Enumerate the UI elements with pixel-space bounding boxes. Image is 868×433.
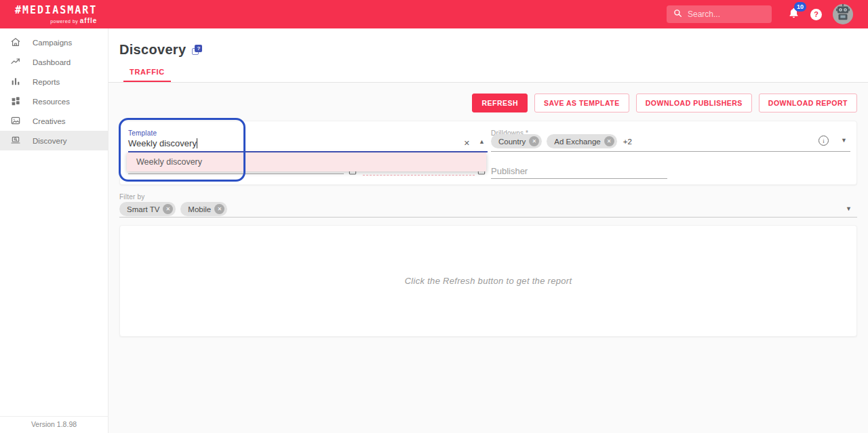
chip-label: Smart TV (127, 205, 159, 213)
logo-subtext: powered by affle (15, 17, 97, 24)
laptop-search-icon (10, 135, 21, 147)
version-label: Version 1.8.98 (0, 416, 108, 433)
sidebar-item-reports[interactable]: Reports (0, 72, 108, 91)
help-icon: ? (814, 10, 818, 18)
chip-remove-icon[interactable]: ✕ (163, 204, 173, 214)
chevron-up-icon[interactable]: ▲ (479, 138, 485, 145)
sidebar-item-label: Creatives (33, 117, 66, 125)
empty-state-message: Click the Refresh button to get the repo… (405, 276, 572, 286)
sidebar-item-creatives[interactable]: Creatives (0, 111, 108, 131)
publisher-underline (491, 178, 667, 179)
help-button[interactable]: ? (810, 9, 822, 20)
chip-country[interactable]: Country ✕ (491, 134, 542, 148)
obscured-field-underline (128, 173, 344, 174)
logo-text: #MEDIASMART (15, 4, 97, 16)
sidebar-item-discovery[interactable]: Discovery (0, 131, 108, 150)
publisher-field[interactable]: Publisher (491, 166, 528, 176)
sidebar-item-resources[interactable]: Resources (0, 91, 108, 111)
chip-remove-icon[interactable]: ✕ (214, 204, 224, 214)
info-icon[interactable]: i (818, 136, 829, 146)
chip-label: Country (498, 138, 526, 146)
chevron-down-icon[interactable]: ▼ (841, 137, 847, 144)
text-caret (197, 138, 197, 148)
template-section: Template Weekly discovery ✕ ▲ (128, 121, 488, 184)
trend-icon (10, 56, 21, 68)
chip-label: Mobile (188, 205, 211, 213)
toolbar: REFRESH SAVE AS TEMPLATE DOWNLOAD PUBLIS… (472, 94, 857, 112)
chevron-down-icon[interactable]: ▼ (846, 205, 852, 212)
chips-overflow-count: +2 (623, 138, 632, 146)
sidebar-item-label: Discovery (33, 137, 66, 145)
app-root: #MEDIASMART powered by affle Search... (0, 0, 868, 433)
sidebar: Campaigns Dashboard Reports (0, 28, 108, 433)
date-field-underline (363, 175, 475, 176)
sidebar-item-campaigns[interactable]: Campaigns (0, 33, 108, 52)
notifications-button[interactable]: 10 (788, 7, 800, 22)
download-publishers-button[interactable]: DOWNLOAD PUBLISHERS (636, 94, 752, 112)
sidebar-item-label: Reports (33, 78, 60, 86)
sidebar-item-label: Dashboard (33, 58, 71, 66)
filter-by-section: Filter by Smart TV ✕ Mobile ✕ ▼ (119, 193, 857, 218)
clear-icon[interactable]: ✕ (464, 139, 470, 148)
grid-icon (10, 96, 21, 108)
home-icon (10, 37, 21, 49)
refresh-button[interactable]: REFRESH (472, 94, 528, 112)
dropdown-option-weekly-discovery[interactable]: Weekly discovery (127, 152, 486, 171)
tab-bar: TRAFFIC (123, 64, 171, 82)
sidebar-item-label: Campaigns (33, 39, 72, 47)
page-header: Discovery ? TRAFFIC (108, 28, 868, 83)
report-area: Click the Refresh button to get the repo… (119, 225, 857, 337)
page-help-icon[interactable]: ? (192, 45, 202, 55)
filters-card: Template Weekly discovery ✕ ▲ (119, 121, 857, 185)
sidebar-item-dashboard[interactable]: Dashboard (0, 52, 108, 72)
help-front-square: ? (195, 45, 202, 52)
powered-by-label: powered by (50, 19, 78, 24)
chip-ad-exchange[interactable]: Ad Exchange ✕ (547, 134, 616, 148)
search-icon (673, 8, 682, 20)
topbar-actions: Search... 10 ? (667, 4, 853, 24)
template-input[interactable]: Weekly discovery (128, 138, 197, 148)
template-label: Template (128, 129, 157, 137)
chip-smart-tv[interactable]: Smart TV ✕ (119, 202, 176, 216)
save-as-template-button[interactable]: SAVE AS TEMPLATE (534, 94, 629, 112)
bar-chart-icon (10, 76, 21, 88)
drilldowns-section: Drilldowns * Country ✕ Ad Exchange ✕ +2 … (491, 121, 850, 184)
tab-traffic[interactable]: TRAFFIC (123, 64, 171, 82)
drilldowns-chips: Country ✕ Ad Exchange ✕ +2 (491, 134, 632, 148)
affle-brand-label: affle (80, 17, 98, 24)
drilldowns-underline (491, 151, 850, 152)
image-icon (10, 115, 21, 127)
filter-by-chips: Smart TV ✕ Mobile ✕ (119, 202, 227, 216)
chip-label: Ad Exchange (554, 138, 600, 146)
sidebar-item-label: Resources (33, 98, 70, 106)
search-box[interactable]: Search... (667, 5, 772, 23)
filter-by-label: Filter by (119, 193, 144, 201)
topbar: #MEDIASMART powered by affle Search... (0, 0, 868, 28)
logo[interactable]: #MEDIASMART powered by affle (15, 4, 97, 24)
notification-badge: 10 (794, 2, 806, 12)
main-area: Discovery ? TRAFFIC REFRESH SAVE AS TEMP… (108, 28, 868, 433)
avatar[interactable] (833, 4, 853, 24)
chip-remove-icon[interactable]: ✕ (529, 136, 539, 146)
chip-remove-icon[interactable]: ✕ (604, 136, 614, 146)
page-title: Discovery (119, 42, 186, 58)
robot-avatar-icon (834, 4, 852, 24)
download-report-button[interactable]: DOWNLOAD REPORT (759, 94, 857, 112)
template-dropdown: Weekly discovery (127, 152, 486, 171)
search-placeholder: Search... (688, 9, 720, 19)
chip-mobile[interactable]: Mobile ✕ (180, 202, 227, 216)
